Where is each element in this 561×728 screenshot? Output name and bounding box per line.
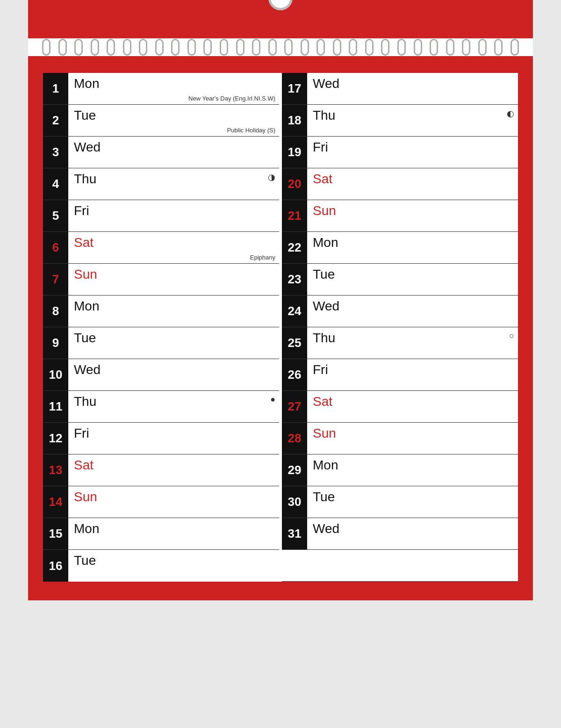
day-row: 24Wed [282,296,518,327]
day-content: Tue [307,264,518,295]
day-number: 16 [43,550,68,582]
wire-coil [511,39,519,56]
day-content: Fri [307,137,518,168]
day-name: Sat [74,236,274,250]
day-name: Wed [313,77,513,91]
moon-icon: ◐ [507,108,514,119]
wire-coil [252,39,260,56]
day-name: Fri [74,426,274,441]
day-name: Thu [74,172,274,187]
wire-coil [478,39,487,56]
day-content: Wed [68,137,279,168]
day-number: 14 [43,486,68,518]
day-content: MonNew Year's Day (Eng.Irl.NI.S.W) [68,73,279,104]
day-name: Fri [74,204,274,218]
wire-coil [268,39,277,56]
day-number: 28 [282,423,307,454]
moon-icon: ◑ [268,172,275,182]
wire-coil [203,39,212,56]
day-row: 29Mon [282,454,518,486]
wire-coil [42,39,50,56]
day-name: Sun [313,426,513,441]
day-content: Thu◑ [68,168,279,200]
day-content: Thu◐ [307,105,518,136]
day-row: 4Thu◑ [43,168,279,200]
day-row: 27Sat [282,391,518,423]
wire-coil [381,39,389,56]
day-name: Sun [313,204,513,218]
day-note: New Year's Day (Eng.Irl.NI.S.W) [188,95,275,102]
day-number: 1 [43,73,68,104]
calendar-grid: 1MonNew Year's Day (Eng.Irl.NI.S.W)2TueP… [43,73,518,582]
day-content: Thu○ [307,327,518,359]
day-row: 23Tue [282,264,518,296]
day-name: Fri [313,363,513,377]
day-row: 15Mon [43,518,279,550]
wire-coil [123,39,131,56]
wire-coil [349,39,357,56]
day-number: 29 [282,454,307,486]
day-content: Tue [68,550,279,582]
day-number: 22 [282,232,307,263]
day-name: Thu [74,395,274,409]
day-content: Mon [307,454,518,486]
day-row: 9Tue [43,327,279,359]
day-row: 13Sat [43,454,279,486]
day-row: 19Fri [282,137,518,168]
day-number: 6 [43,232,68,263]
day-row: 1MonNew Year's Day (Eng.Irl.NI.S.W) [43,73,279,105]
day-note: Public Holiday (S) [227,127,275,134]
day-number: 19 [282,137,307,168]
day-name: Thu [313,108,513,123]
day-content: Fri [307,359,518,390]
day-name: Mon [74,77,274,91]
day-name: Sun [74,490,274,505]
day-number: 21 [282,200,307,231]
wire-coil [462,39,470,56]
day-number: 26 [282,359,307,390]
day-content: Sat [307,391,518,422]
day-row: 16Tue [43,550,279,582]
day-number: 11 [43,391,68,422]
day-content: Tue [307,486,518,518]
day-row: 26Fri [282,359,518,391]
day-name: Mon [74,299,274,314]
wire-coil [187,39,196,56]
day-content: Mon [68,518,279,549]
day-number: 25 [282,327,307,359]
day-number: 17 [282,73,307,104]
wire-coil [494,39,503,56]
day-row: 28Sun [282,423,518,454]
wire-coil [74,39,83,56]
left-column: 1MonNew Year's Day (Eng.Irl.NI.S.W)2TueP… [43,73,279,582]
day-content: Mon [68,296,279,327]
day-name: Sun [74,267,274,282]
calendar-body: 1MonNew Year's Day (Eng.Irl.NI.S.W)2TueP… [28,56,533,600]
day-number: 20 [282,168,307,200]
wire-coil [316,39,325,56]
day-row: 7Sun [43,264,279,296]
moon-icon: ○ [509,331,514,341]
day-number: 13 [43,454,68,486]
day-content: Sat [307,168,518,200]
wire-binding-area [28,0,533,56]
day-name: Wed [74,363,274,377]
day-number: 5 [43,200,68,231]
day-name: Wed [313,299,513,314]
day-number: 18 [282,105,307,136]
day-row: 5Fri [43,200,279,232]
wire-coil [446,39,454,56]
day-number: 23 [282,264,307,295]
day-name: Thu [313,331,513,346]
day-number: 30 [282,486,307,518]
wire-coil [236,39,245,56]
right-column: 17Wed18Thu◐19Fri20Sat21Sun22Mon23Tue24We… [282,73,518,582]
day-row: 11Thu● [43,391,279,423]
day-content: Sat [68,454,279,486]
day-name: Tue [74,554,274,568]
day-number: 31 [282,518,307,549]
day-content: Fri [68,423,279,454]
page: 1MonNew Year's Day (Eng.Irl.NI.S.W)2TueP… [0,0,561,728]
wire-coil [139,39,147,56]
wire-coil [430,39,438,56]
